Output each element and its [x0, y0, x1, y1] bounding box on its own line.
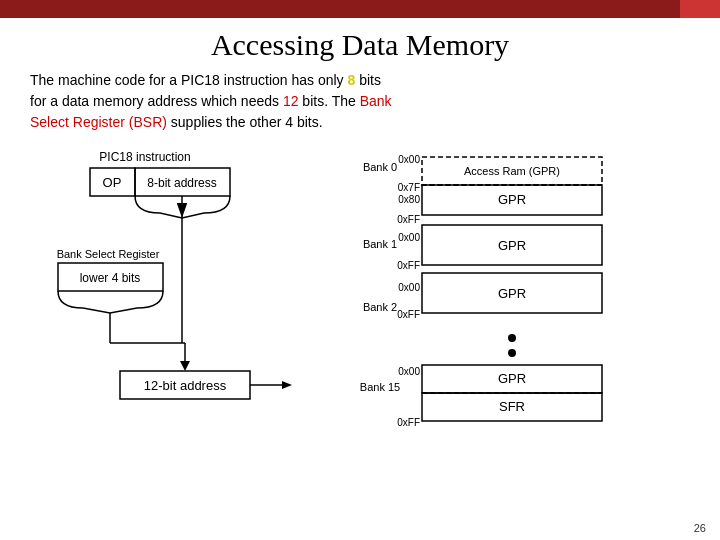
bank2-label: Bank 2 [363, 301, 397, 313]
intro-line1: The machine code for a PIC18 instruction… [30, 72, 348, 88]
lower4-label: lower 4 bits [80, 271, 141, 285]
bank2-gpr-label: GPR [498, 286, 526, 301]
arrowhead-merge [180, 361, 190, 371]
bsr-label: Bank Select Register [57, 248, 160, 260]
bank1-addr00: 0x00 [398, 232, 420, 243]
bank0-label: Bank 0 [363, 161, 397, 173]
bank1-label: Bank 1 [363, 238, 397, 250]
top-bar-accent [680, 0, 720, 18]
addr12-label: 12-bit address [144, 378, 227, 393]
highlight-bsr: Select Register (BSR) [30, 114, 167, 130]
highlight-12: 12 [283, 93, 299, 109]
bank1-addrff: 0xFF [397, 260, 420, 271]
bank0-addr7f: 0x7F [398, 182, 420, 193]
intro-line4: bits. The [298, 93, 359, 109]
bank1-gpr-label: GPR [498, 238, 526, 253]
slide-content: Accessing Data Memory The machine code f… [0, 18, 720, 493]
slide-title: Accessing Data Memory [30, 28, 690, 62]
bank2-addrff: 0xFF [397, 309, 420, 320]
brace-bsr [58, 291, 163, 313]
intro-text: The machine code for a PIC18 instruction… [30, 70, 690, 133]
bank15-gpr-label: GPR [498, 371, 526, 386]
bank0-gpr-label: GPR [498, 192, 526, 207]
bank0-addr80: 0x80 [398, 194, 420, 205]
bank15-addrff: 0xFF [397, 417, 420, 428]
top-bar [0, 0, 720, 18]
bank15-sfr-label: SFR [499, 399, 525, 414]
dot1 [508, 334, 516, 342]
intro-line3: for a data memory address which needs [30, 93, 283, 109]
highlight-bank: Bank [360, 93, 392, 109]
bank15-addr00: 0x00 [398, 366, 420, 377]
bank0-addr00: 0x00 [398, 154, 420, 165]
addr-label: 8-bit address [147, 176, 216, 190]
access-ram-label: Access Ram (GPR) [464, 165, 560, 177]
intro-line6: supplies the other 4 bits. [167, 114, 323, 130]
dot2 [508, 349, 516, 357]
arrowhead-right [282, 381, 292, 389]
left-diagram-svg: PIC18 instruction OP 8-bit address Bank … [30, 143, 360, 463]
diagram-area: PIC18 instruction OP 8-bit address Bank … [30, 143, 690, 483]
intro-line2: bits [355, 72, 381, 88]
slide-number: 26 [694, 522, 706, 534]
bank0-addrff: 0xFF [397, 214, 420, 225]
pic18-label: PIC18 instruction [99, 150, 190, 164]
right-diagram-svg: Bank 0 0x00 Access Ram (GPR) 0x7F 0x80 G… [350, 143, 700, 463]
bank15-label: Bank 15 [360, 381, 400, 393]
op-label: OP [103, 175, 122, 190]
bank2-addr00: 0x00 [398, 282, 420, 293]
